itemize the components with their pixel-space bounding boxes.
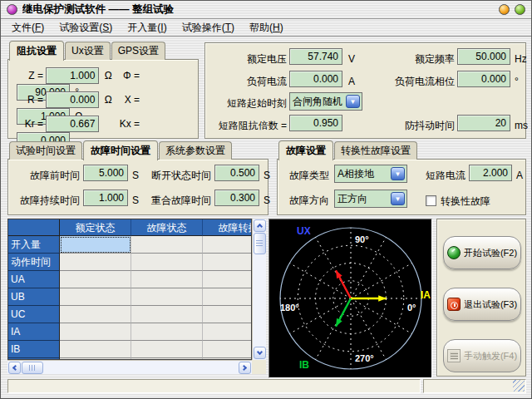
angle-label-180: 180° (280, 303, 299, 313)
tab-fault-settings[interactable]: 故障设置 (278, 140, 333, 160)
app-window: 继电保护测试软件 —— 整组试验 文件(F) 试验设置(S) 开入量(I) 试验… (0, 0, 532, 399)
fault-duration-label: 故障持续时间 (12, 191, 80, 209)
open-state-time-input[interactable]: 0.500 (214, 165, 259, 181)
tab-fault-time-settings[interactable]: 故障时间设置 (83, 140, 158, 160)
horizontal-scrollbar[interactable] (7, 360, 252, 374)
fault-type-label: 故障类型 (283, 166, 329, 185)
selected-cell[interactable] (60, 236, 131, 254)
resize-grip[interactable] (513, 380, 525, 392)
vector-plot (269, 219, 431, 377)
window-title: 继电保护测试软件 —— 整组试验 (22, 2, 494, 17)
reclose-fault-time-label: 重合故障时间 (141, 191, 211, 209)
fault-type-combobox[interactable]: A相接地 ▼ (334, 165, 407, 183)
start-test-button[interactable]: 开始试验(F2) (443, 236, 521, 269)
angle-label-90: 90° (355, 234, 369, 244)
close-button[interactable] (515, 4, 525, 15)
convert-fault-checkbox[interactable] (426, 195, 436, 206)
vertical-scrollbar[interactable] (252, 219, 266, 360)
manual-trigger-icon (447, 349, 461, 362)
fault-direction-label: 故障方向 (283, 191, 329, 209)
scroll-right-button[interactable] (239, 362, 251, 374)
z-input[interactable]: 1.000 (46, 67, 99, 84)
angle-label-0: 0° (407, 303, 416, 313)
result-grid: 额定状态 故障状态 故障转换 开入量 动作时间 UA UB (7, 219, 252, 360)
reclose-fault-time-input[interactable]: 0.300 (214, 190, 259, 206)
col-header-fault-convert[interactable]: 故障转换 (203, 219, 252, 236)
pre-fault-time-input[interactable]: 5.000 (83, 165, 128, 181)
table-row: UA (8, 271, 251, 288)
table-row: IB (8, 341, 251, 358)
tab-ux-settings[interactable]: Ux设置 (65, 42, 111, 60)
fault-duration-input[interactable]: 1.000 (83, 190, 128, 206)
pre-fault-time-label: 故障前时间 (12, 166, 80, 185)
menu-test-operation[interactable]: 试验操作(T) (175, 19, 242, 37)
col-header-rated-state[interactable]: 额定状态 (60, 219, 131, 236)
load-current-input[interactable]: 0.000 (289, 71, 342, 87)
load-current-phase-input[interactable]: 0.000 (457, 71, 510, 87)
x-label: X = (118, 94, 140, 106)
phase-label: IA (421, 289, 431, 301)
menu-binary-input[interactable]: 开入量(I) (120, 19, 174, 37)
chevron-right-icon (241, 364, 247, 370)
manual-trigger-button: 手动触发(F4) (443, 339, 521, 372)
short-current-input[interactable]: 2.000 (469, 165, 512, 181)
fault-settings-panel: 故障设置 转换性故障设置 故障类型 A相接地 ▼ 短路电流 2.000 A 故障… (277, 142, 526, 215)
angle-label-270: 270° (355, 353, 374, 363)
kx-label: Kx = (118, 118, 140, 130)
load-current-phase-label: 负荷电流相位 (363, 72, 455, 91)
action-button-panel: 开始试验(F2) 退出试验(F3) 手动触发(F4) (436, 219, 526, 377)
vector-diagram: 90° 180° 0° 270° UX IA IB (268, 219, 432, 378)
r-label: R = (17, 94, 43, 106)
table-corner-cell (8, 219, 60, 236)
chevron-up-icon (256, 224, 262, 229)
tab-gps-settings[interactable]: GPS设置 (111, 42, 165, 60)
exit-test-icon (447, 298, 461, 311)
impedance-panel: 阻抗设置 Ux设置 GPS设置 Z = 1.000 Ω Φ = 90.000 °… (7, 42, 199, 139)
chevron-down-icon[interactable]: ▼ (346, 95, 360, 108)
col-header-fault-state[interactable]: 故障状态 (131, 219, 203, 236)
short-start-label: 短路起始时刻 (212, 94, 287, 112)
tab-system-param-settings[interactable]: 系统参数设置 (159, 141, 232, 160)
short-current-label: 短路电流 (419, 166, 466, 185)
menu-file[interactable]: 文件(F) (4, 19, 52, 37)
horizontal-scroll-thumb[interactable] (22, 362, 43, 374)
table-row: IA (8, 323, 251, 341)
load-current-label: 负荷电流 (212, 72, 287, 91)
scrollbar-corner (252, 360, 266, 374)
anti-shake-input[interactable]: 20 (457, 115, 510, 131)
open-state-time-label: 断开状态时间 (141, 166, 211, 185)
phi-label: Φ = (118, 70, 140, 81)
impedance-multiple-input[interactable]: 0.950 (289, 115, 342, 131)
phase-label: IB (299, 359, 309, 371)
scroll-up-button[interactable] (254, 219, 266, 232)
fault-time-panel: 试验时间设置 故障时间设置 系统参数设置 故障前时间 5.000 S 断开状态时… (7, 142, 268, 215)
menu-help[interactable]: 帮助(H) (242, 19, 291, 37)
z-label: Z = (17, 70, 43, 81)
vertical-scroll-thumb[interactable] (254, 233, 266, 254)
kr-input[interactable]: 0.667 (46, 116, 99, 132)
r-input[interactable]: 0.000 (46, 91, 99, 108)
chevron-down-icon (256, 349, 262, 355)
rated-voltage-input[interactable]: 57.740 (289, 48, 342, 65)
tab-convert-fault-settings[interactable]: 转换性故障设置 (334, 141, 417, 160)
tab-impedance-settings[interactable]: 阻抗设置 (9, 41, 64, 61)
chevron-down-icon[interactable]: ▼ (391, 192, 405, 205)
menu-bar: 文件(F) 试验设置(S) 开入量(I) 试验操作(T) 帮助(H) (1, 20, 531, 37)
status-bar-left (7, 379, 421, 393)
short-start-combobox[interactable]: 合闸角随机 ▼ (289, 92, 362, 111)
anti-shake-label: 防抖动时间 (363, 116, 455, 135)
chevron-down-icon[interactable]: ▼ (391, 167, 405, 180)
rated-freq-input[interactable]: 50.000 (457, 48, 510, 65)
rated-voltage-label: 额定电压 (212, 50, 287, 68)
kr-label: Kr = (17, 118, 43, 130)
scroll-down-button[interactable] (254, 347, 266, 359)
minimize-button[interactable] (499, 4, 510, 15)
table-row: UC (8, 306, 251, 323)
impedance-multiple-label: 短路阻抗倍数 = (205, 116, 287, 135)
fault-direction-combobox[interactable]: 正方向 ▼ (334, 190, 407, 208)
menu-test-settings[interactable]: 试验设置(S) (52, 19, 120, 37)
scroll-left-button[interactable] (8, 362, 21, 374)
tab-test-time-settings[interactable]: 试验时间设置 (9, 141, 82, 160)
app-icon[interactable] (7, 4, 17, 15)
exit-test-button[interactable]: 退出试验(F3) (443, 288, 521, 321)
